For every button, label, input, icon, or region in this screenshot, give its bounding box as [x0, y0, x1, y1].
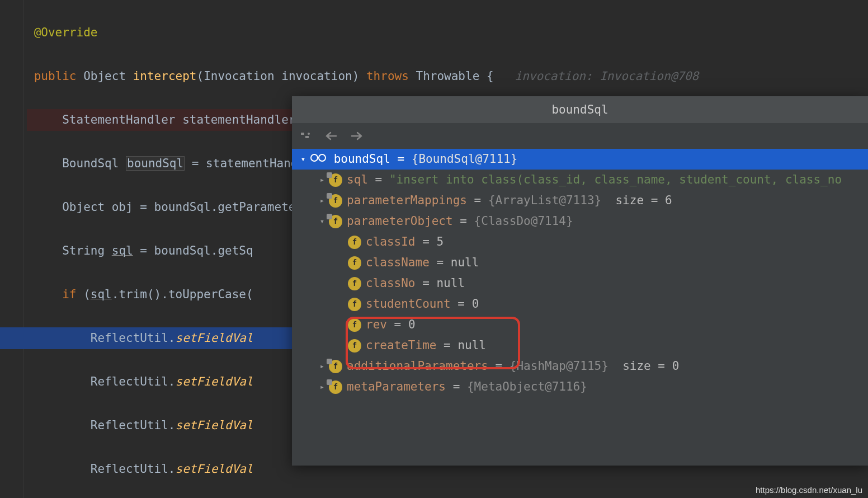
field-icon: f: [329, 215, 342, 228]
tree-row[interactable]: f className = null: [292, 252, 868, 273]
debugger-title: boundSql: [292, 96, 868, 123]
field-icon: f: [348, 277, 361, 290]
tree-row-root[interactable]: ▾ boundSql = {BoundSql@7111}: [292, 149, 868, 170]
forward-arrow-icon[interactable]: [349, 128, 365, 144]
variable-tree[interactable]: ▾ boundSql = {BoundSql@7111} ▸ f sql = "…: [292, 149, 868, 397]
tree-row[interactable]: ▸ f additionalParameters = {HashMap@7115…: [292, 356, 868, 377]
tree-row[interactable]: ▸ f metaParameters = {MetaObject@7116}: [292, 377, 868, 397]
chevron-down-icon[interactable]: ▾: [296, 149, 310, 170]
tree-row[interactable]: f classId = 5: [292, 232, 868, 252]
svg-point-3: [311, 154, 318, 161]
tree-row[interactable]: f studentCount = 0: [292, 294, 868, 314]
tree-row[interactable]: ▸ f parameterMappings = {ArrayList@7113}…: [292, 190, 868, 211]
field-icon: f: [329, 173, 342, 187]
field-icon: f: [348, 298, 361, 311]
svg-point-4: [319, 154, 326, 161]
field-icon: f: [348, 256, 361, 270]
field-icon: f: [329, 360, 342, 373]
tree-row[interactable]: f rev = 0: [292, 314, 868, 335]
svg-rect-0: [301, 133, 304, 135]
back-arrow-icon[interactable]: [323, 128, 339, 144]
svg-rect-1: [305, 136, 309, 138]
field-icon: f: [348, 236, 361, 249]
field-icon: f: [348, 318, 361, 332]
watch-icon: [310, 149, 327, 170]
field-icon: f: [329, 194, 342, 208]
watermark-text: https://blog.csdn.net/xuan_lu: [756, 485, 862, 495]
tree-row[interactable]: ▾ f parameterObject = {ClassDo@7114}: [292, 211, 868, 232]
tree-row[interactable]: ▸ f sql = "insert into class(class_id, c…: [292, 170, 868, 190]
settings-icon[interactable]: [298, 128, 313, 144]
code-line: @Override: [27, 22, 868, 44]
debugger-toolbar: [292, 123, 868, 149]
debugger-popup[interactable]: boundSql ▾ boundSql = {BoundSql@7111} ▸ …: [292, 96, 868, 466]
tree-row[interactable]: f createTime = null: [292, 335, 868, 356]
code-line: public Object intercept(Invocation invoc…: [27, 65, 868, 87]
tree-row[interactable]: f classNo = null: [292, 273, 868, 294]
svg-point-2: [308, 133, 310, 135]
field-icon: f: [348, 339, 361, 353]
field-icon: f: [329, 380, 342, 394]
